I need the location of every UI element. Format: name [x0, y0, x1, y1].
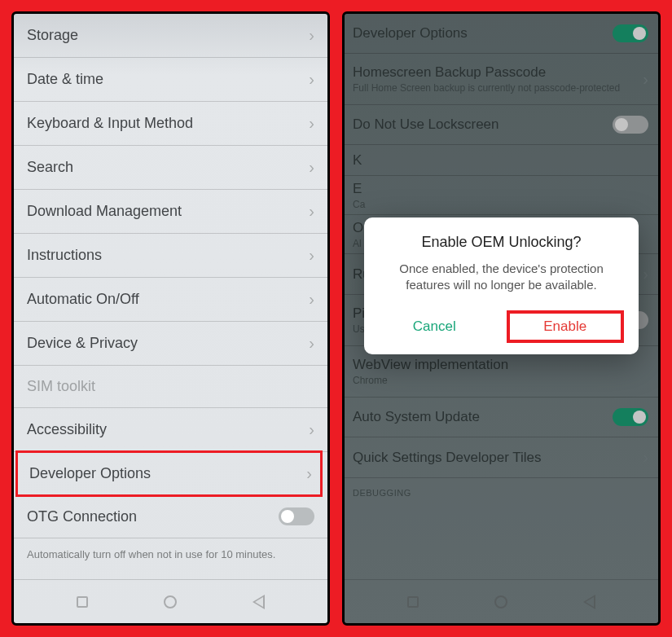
otg-footnote: Automatically turn off when not in use f…: [14, 538, 327, 573]
chevron-right-icon: ›: [643, 70, 648, 89]
label: Search: [27, 159, 309, 176]
sublabel: Chrome: [353, 375, 648, 386]
row-instructions[interactable]: Instructions ›: [14, 234, 327, 278]
navbar-left: [14, 579, 327, 623]
label: Quick Settings Developer Tiles: [353, 450, 643, 466]
cancel-button[interactable]: Cancel: [379, 310, 490, 343]
row-auto-system-update[interactable]: Auto System Update: [345, 398, 658, 437]
chevron-right-icon: ›: [309, 246, 314, 265]
row-automatic-onoff[interactable]: Automatic On/Off ›: [14, 278, 327, 322]
nav-home-icon[interactable]: [494, 595, 507, 608]
label: E: [353, 181, 648, 197]
chevron-right-icon: ›: [309, 420, 314, 439]
nav-recent-icon[interactable]: [407, 596, 419, 608]
enable-button[interactable]: Enable: [510, 314, 621, 340]
label: Homescreen Backup Passcode: [353, 64, 643, 81]
row-date-time[interactable]: Date & time ›: [14, 58, 327, 102]
toggle-no-lockscreen[interactable]: [613, 116, 648, 134]
label: OTG Connection: [27, 508, 279, 525]
dialog-title: Enable OEM Unlocking?: [379, 234, 624, 251]
enable-button-highlight: Enable: [507, 310, 625, 343]
chevron-right-icon: ›: [309, 158, 314, 177]
label: Accessibility: [27, 421, 309, 438]
phone-right: Developer Options Homescreen Backup Pass…: [342, 11, 661, 626]
nav-back-icon[interactable]: [253, 595, 265, 609]
settings-list-left: Storage › Date & time › Keyboard & Input…: [14, 14, 327, 579]
chevron-right-icon: ›: [643, 448, 648, 467]
row-accessibility[interactable]: Accessibility ›: [14, 408, 327, 452]
chevron-right-icon: ›: [309, 290, 314, 309]
label: Download Management: [27, 203, 309, 220]
row-no-lockscreen[interactable]: Do Not Use Lockscreen: [345, 105, 658, 145]
row-obscured-1[interactable]: K: [345, 145, 658, 176]
dialog-actions: Cancel Enable: [379, 310, 624, 343]
label: Auto System Update: [353, 409, 613, 425]
label: Storage: [27, 27, 309, 44]
row-homescreen-backup[interactable]: Homescreen Backup Passcode Full Home Scr…: [345, 54, 658, 105]
label: WebView implementation: [353, 357, 648, 373]
toggle-auto-update[interactable]: [613, 408, 648, 426]
label: Do Not Use Lockscreen: [353, 116, 613, 133]
sublabel: Full Home Screen backup is currently not…: [353, 82, 643, 94]
toggle-developer-options[interactable]: [613, 24, 648, 42]
label: K: [353, 152, 648, 169]
dialog-oem-unlocking: Enable OEM Unlocking? Once enabled, the …: [364, 217, 639, 354]
chevron-right-icon: ›: [309, 114, 314, 133]
nav-recent-icon[interactable]: [77, 596, 88, 608]
label: Keyboard & Input Method: [27, 115, 309, 132]
section-debugging: DEBUGGING: [345, 478, 658, 503]
row-otg-connection[interactable]: OTG Connection: [14, 495, 327, 538]
dialog-message: Once enabled, the device's protection fe…: [379, 261, 624, 294]
chevron-right-icon: ›: [309, 26, 314, 45]
label: Date & time: [27, 71, 309, 88]
row-obscured-2[interactable]: E Ca: [345, 176, 658, 215]
row-download-management[interactable]: Download Management ›: [14, 190, 327, 234]
nav-home-icon[interactable]: [164, 595, 177, 608]
label: SIM toolkit: [27, 378, 314, 395]
row-storage[interactable]: Storage ›: [14, 14, 327, 58]
row-sim-toolkit: SIM toolkit: [14, 366, 327, 408]
row-developer-options[interactable]: Developer Options ›: [15, 450, 323, 497]
label: Developer Options: [353, 25, 613, 42]
label: Developer Options: [29, 465, 306, 482]
chevron-right-icon: ›: [309, 202, 314, 221]
row-search[interactable]: Search ›: [14, 146, 327, 190]
row-quick-settings-tiles[interactable]: Quick Settings Developer Tiles ›: [345, 437, 658, 478]
row-device-privacy[interactable]: Device & Privacy ›: [14, 322, 327, 366]
toggle-otg[interactable]: [279, 507, 314, 525]
row-dev-options-toggle[interactable]: Developer Options: [345, 14, 658, 54]
label: Instructions: [27, 247, 309, 264]
nav-back-icon[interactable]: [583, 595, 595, 609]
label: Automatic On/Off: [27, 291, 309, 308]
phone-left: Storage › Date & time › Keyboard & Input…: [11, 11, 330, 626]
chevron-right-icon: ›: [306, 464, 312, 483]
chevron-right-icon: ›: [309, 70, 314, 89]
navbar-right: [345, 579, 658, 623]
row-keyboard-input[interactable]: Keyboard & Input Method ›: [14, 102, 327, 146]
label: Device & Privacy: [27, 335, 309, 352]
sublabel: Ca: [353, 199, 648, 210]
chevron-right-icon: ›: [643, 265, 648, 283]
chevron-right-icon: ›: [309, 334, 314, 353]
